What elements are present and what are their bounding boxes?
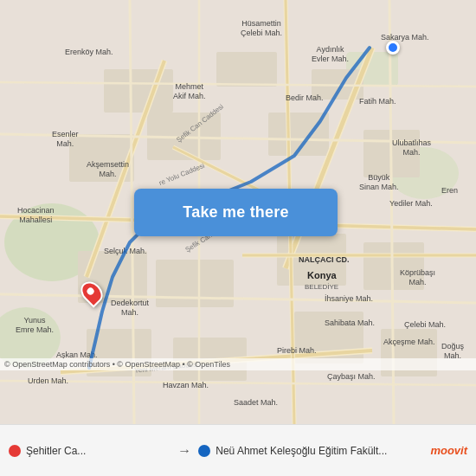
map-container: HüsamettinÇelebi Mah. Sakarya Mah. Erenk… [0, 0, 476, 424]
svg-rect-13 [156, 260, 234, 307]
from-label: Şehitler Ca... [26, 445, 86, 457]
from-icon [9, 445, 21, 457]
moovit-logo-text: moovit [430, 444, 467, 457]
destination-marker [82, 280, 101, 305]
to-label: Neü Ahmet Keleşoğlu Eğitim Fakült... [215, 445, 387, 457]
svg-rect-6 [216, 52, 277, 87]
to-section: Neü Ahmet Keleşoğlu Eğitim Fakült... [198, 445, 425, 457]
bottom-bar: Şehitler Ca... → Neü Ahmet Keleşoğlu Eği… [0, 424, 476, 476]
from-section: Şehitler Ca... [9, 445, 170, 457]
origin-marker [386, 41, 400, 55]
take-me-there-button[interactable]: Take me there [134, 189, 338, 236]
take-me-there-label: Take me there [183, 203, 288, 222]
route-arrow: → [177, 443, 191, 459]
moovit-logo: moovit [430, 444, 467, 457]
map-attribution: © OpenStreetMap contributors • © OpenStr… [0, 358, 476, 370]
svg-rect-15 [363, 242, 424, 290]
svg-rect-5 [104, 69, 173, 113]
svg-rect-10 [268, 113, 329, 156]
to-icon [198, 445, 210, 457]
